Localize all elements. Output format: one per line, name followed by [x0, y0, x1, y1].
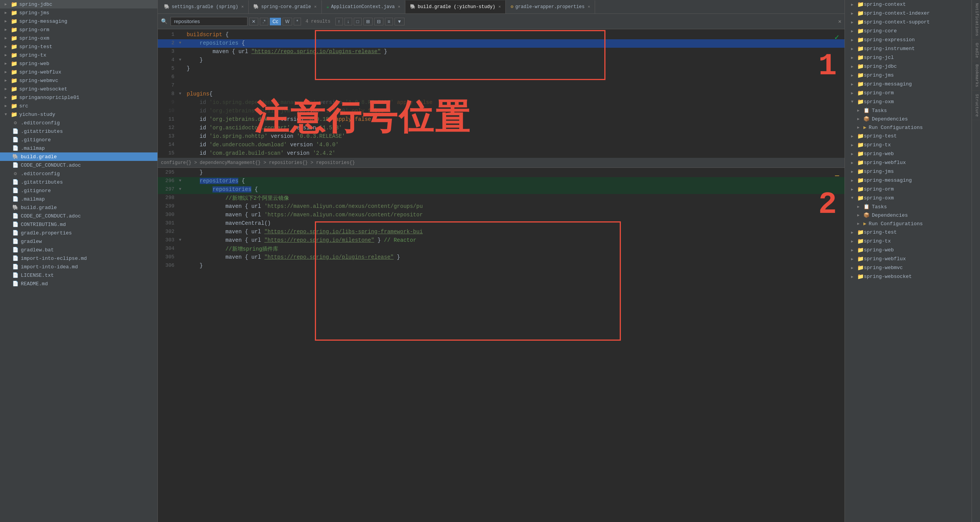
tab-applicationcontext[interactable]: ☕ ApplicationContext.java ×: [322, 0, 405, 13]
right-sidebar-item-spring-context-indexer[interactable]: ▶ 📁 spring-context-indexer: [845, 9, 972, 18]
right-sidebar-item-spring-context[interactable]: ▶ 📁 spring-context: [845, 0, 972, 9]
sidebar-item-spring-messaging[interactable]: ▶ 📁 spring-messaging: [0, 17, 157, 25]
sidebar-item-spring-jms[interactable]: ▶ 📁 spring-jms: [0, 8, 157, 17]
tab-build-gradle-active[interactable]: 🐘 build.gradle (:yichun-study) ×: [405, 0, 506, 13]
right-sidebar-item-spring-webflux3[interactable]: ▶ 📁 spring-webflux: [845, 254, 972, 263]
sidebar-item-spring-test[interactable]: ▶ 📁 spring-test: [0, 42, 157, 51]
right-sidebar-item-spring-webmvc[interactable]: ▶ 📁 spring-webmvc: [845, 263, 972, 272]
right-sidebar-item-spring-jms[interactable]: ▶ 📁 spring-jms: [845, 71, 972, 80]
filter-button2[interactable]: ⊟: [374, 18, 383, 25]
case-sensitive-button[interactable]: Cc: [270, 18, 281, 25]
sidebar-item-spring-webmvc[interactable]: ▶ 📁 spring-webmvc: [0, 76, 157, 85]
right-sidebar-item-spring-core[interactable]: ▶ 📁 spring-core: [845, 27, 972, 35]
sidebar-item-gradle-properties[interactable]: 📄 gradle.properties: [0, 229, 157, 237]
right-sidebar-item-tasks[interactable]: ▶ 📋 Tasks: [845, 106, 972, 115]
view-button[interactable]: □: [354, 18, 362, 25]
right-sidebar-item-spring-messaging2[interactable]: ▶ 📁 spring-messaging: [845, 176, 972, 185]
sidebar-item-gitattributes[interactable]: 📄 .gitattributes: [0, 127, 157, 136]
tab-close-button[interactable]: ×: [241, 5, 244, 9]
tab-close-button[interactable]: ×: [498, 5, 501, 9]
filter-results-button[interactable]: ▼: [395, 18, 405, 25]
sidebar-item-gitignore2[interactable]: 📄 .gitignore: [0, 186, 157, 195]
sidebar-item-gradlew[interactable]: 📄 gradlew: [0, 237, 157, 246]
right-sidebar-label: spring-expression: [864, 37, 915, 43]
sidebar-item-gitattributes2[interactable]: 📄 .gitattributes: [0, 178, 157, 186]
right-sidebar-item-spring-tx3[interactable]: ▶ 📁 spring-tx: [845, 237, 972, 246]
sidebar-item-spring-orm[interactable]: ▶ 📁 spring-orm: [0, 25, 157, 34]
sidebar-item-src[interactable]: ▶ 📁 src: [0, 102, 157, 110]
sidebar-item-mailmap[interactable]: 📄 .mailmap: [0, 144, 157, 152]
right-sidebar-item-spring-jdbc[interactable]: ▶ 📁 spring-jdbc: [845, 62, 972, 71]
right-sidebar-item-spring-web2[interactable]: ▶ 📁 spring-web: [845, 149, 972, 158]
gradle-label[interactable]: Gradle: [972, 40, 980, 62]
right-sidebar-item-dependencies2[interactable]: ▶ 📦 Dependencies: [845, 211, 972, 219]
right-sidebar-item-run-configs2[interactable]: ▶ ▶ Run Configurations: [845, 219, 972, 228]
sidebar-item-spring-jdbc[interactable]: ▶ 📁 spring-jdbc: [0, 0, 157, 8]
sidebar-item-code-of-conduct[interactable]: 📄 CODE_OF_CONDUCT.adoc: [0, 161, 157, 169]
right-sidebar-item-spring-websocket[interactable]: ▶ 📁 spring-websocket: [845, 272, 972, 281]
right-sidebar-item-spring-messaging[interactable]: ▶ 📁 spring-messaging: [845, 80, 972, 89]
right-sidebar-item-spring-expression[interactable]: ▶ 📁 spring-expression: [845, 35, 972, 44]
right-sidebar-item-spring-instrument[interactable]: ▶ 📁 spring-instrument: [845, 44, 972, 53]
arrow-icon: ▶: [5, 53, 9, 57]
code-line: 8 ▼ plugins{: [158, 90, 845, 99]
right-sidebar-item-spring-jcl[interactable]: ▶ 📁 spring-jcl: [845, 53, 972, 62]
filter-button3[interactable]: ≡: [385, 18, 393, 25]
right-sidebar-item-spring-webflux2[interactable]: ▶ 📁 spring-webflux: [845, 158, 972, 167]
right-sidebar-item-spring-test3[interactable]: ▶ 📁 spring-test: [845, 228, 972, 237]
tab-spring-core-gradle[interactable]: 🐘 spring-core.gradle ×: [249, 0, 321, 13]
sidebar-item-spring-oxm[interactable]: ▶ 📁 spring-oxm: [0, 34, 157, 42]
sidebar-item-spring-web[interactable]: ▶ 📁 spring-web: [0, 59, 157, 68]
notifications-label[interactable]: Notifications: [972, 0, 980, 40]
sidebar-item-yichun-study[interactable]: ▼ 📁 yichun-study: [0, 110, 157, 119]
tab-close-button[interactable]: ×: [588, 5, 590, 9]
tab-gradle-wrapper[interactable]: ⚙ gradle-wrapper.properties ×: [506, 0, 595, 13]
wildcard-button[interactable]: *: [294, 18, 301, 25]
regex-button[interactable]: .*: [260, 18, 268, 25]
right-sidebar-item-spring-context-support[interactable]: ▶ 📁 spring-context-support: [845, 18, 972, 27]
tab-close-button[interactable]: ×: [398, 5, 401, 9]
right-sidebar-item-dependencies[interactable]: ▶ 📦 Dependencies: [845, 115, 972, 123]
sidebar-item-mailmap2[interactable]: 📄 .mailmap: [0, 195, 157, 203]
right-sidebar-item-spring-oxm2[interactable]: ▼ 📁 spring-oxm: [845, 194, 972, 202]
right-sidebar-item-spring-tx2[interactable]: ▶ 📁 spring-tx: [845, 141, 972, 149]
sidebar-item-spring-tx[interactable]: ▶ 📁 spring-tx: [0, 51, 157, 59]
sidebar-item-import-idea[interactable]: 📄 import-into-idea.md: [0, 263, 157, 271]
clear-search-button[interactable]: ✕: [249, 18, 258, 25]
right-sidebar-label: spring-webflux: [864, 160, 906, 166]
sidebar-item-editorconfig2[interactable]: ⚙ .editorconfig: [0, 169, 157, 178]
sidebar-item-build-gradle2[interactable]: 🐘 build.gradle: [0, 203, 157, 212]
sidebar-item-springannopriciple01[interactable]: ▶ 📁 springannopriciple01: [0, 93, 157, 102]
sidebar-item-contributing[interactable]: 📄 CONTRIBUTING.md: [0, 220, 157, 229]
sidebar-label: gradle.properties: [21, 230, 72, 236]
bookmarks-label[interactable]: Bookmarks: [972, 61, 980, 90]
tab-settings-gradle[interactable]: 🐘 settings.gradle (spring) ×: [159, 0, 249, 13]
sidebar-item-spring-websocket[interactable]: ▶ 📁 spring-websocket: [0, 85, 157, 93]
right-sidebar-item-spring-orm[interactable]: ▶ 📁 spring-orm: [845, 89, 972, 97]
sidebar-item-build-gradle-selected[interactable]: 🐘 build.gradle: [0, 152, 157, 161]
sidebar-item-editorconfig[interactable]: ⚙ .editorconfig: [0, 119, 157, 127]
search-input[interactable]: [171, 17, 248, 26]
close-search-button[interactable]: ✕: [838, 18, 841, 25]
sidebar-item-gitignore[interactable]: 📄 .gitignore: [0, 136, 157, 144]
prev-result-button[interactable]: ↑: [335, 18, 343, 25]
sidebar-item-import-eclipse[interactable]: 📄 import-into-eclipse.md: [0, 254, 157, 263]
filter-button1[interactable]: ⊞: [363, 18, 373, 25]
right-sidebar-item-spring-jms2[interactable]: ▶ 📁 spring-jms: [845, 167, 972, 176]
right-sidebar-item-spring-test2[interactable]: ▶ 📁 spring-test: [845, 132, 972, 141]
sidebar-item-gradlew-bat[interactable]: 📄 gradlew.bat: [0, 246, 157, 254]
tab-close-button[interactable]: ×: [314, 5, 317, 9]
sidebar-item-readme[interactable]: 📄 README.md: [0, 279, 157, 288]
structure-label[interactable]: Structure: [972, 91, 980, 120]
right-sidebar-item-spring-orm2[interactable]: ▶ 📁 spring-orm: [845, 185, 972, 194]
next-result-button[interactable]: ↓: [345, 18, 352, 25]
sidebar-item-code-of-conduct2[interactable]: 📄 CODE_OF_CONDUCT.adoc: [0, 212, 157, 220]
right-sidebar-item-spring-oxm[interactable]: ▼ 📁 spring-oxm: [845, 97, 972, 106]
right-sidebar-item-tasks2[interactable]: ▶ 📋 Tasks: [845, 202, 972, 211]
right-sidebar-item-run-configs[interactable]: ▶ ▶ Run Configurations: [845, 123, 972, 132]
right-sidebar-item-spring-web3[interactable]: ▶ 📁 spring-web: [845, 246, 972, 254]
right-sidebar-label: spring-orm: [864, 90, 894, 96]
sidebar-item-license[interactable]: 📄 LICENSE.txt: [0, 271, 157, 279]
word-button[interactable]: W: [283, 18, 292, 25]
sidebar-item-spring-webflux[interactable]: ▶ 📁 spring-webflux: [0, 68, 157, 76]
